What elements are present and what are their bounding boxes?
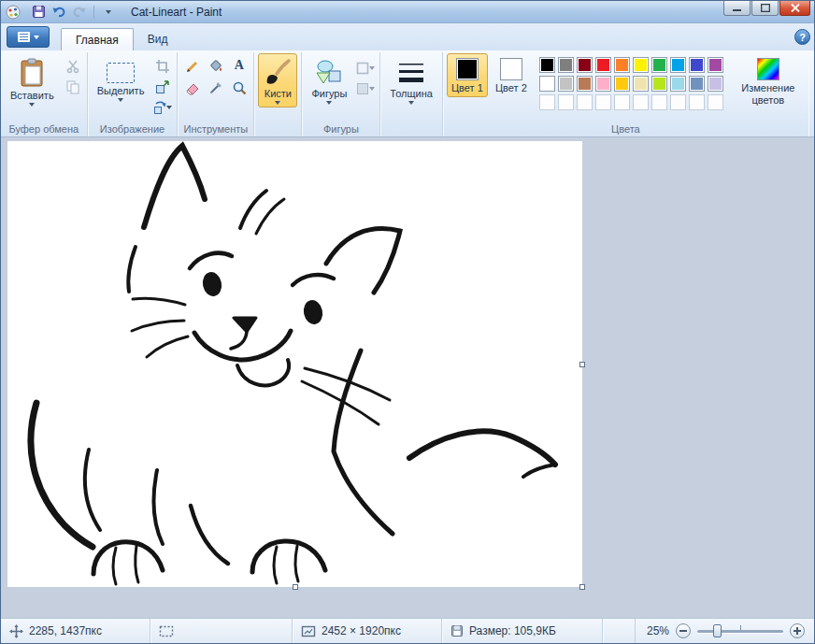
chevron-down-icon [106, 10, 111, 14]
palette-empty-slot[interactable] [689, 94, 705, 110]
eraser-tool[interactable] [181, 78, 203, 98]
group-clipboard: Вставить Буфер обмена [1, 52, 88, 136]
zoom-section: 25% [635, 619, 814, 643]
zoom-in-button[interactable] [790, 623, 805, 638]
chevron-down-icon [369, 66, 375, 70]
select-button[interactable]: Выделить [92, 53, 150, 105]
group-brushes: Кисти [254, 52, 302, 136]
minimize-button[interactable] [723, 1, 751, 16]
text-tool[interactable]: A [228, 55, 250, 76]
palette-color-swatch[interactable] [708, 76, 723, 92]
palette-color-swatch[interactable] [577, 57, 593, 73]
tab-view[interactable]: Вид [134, 28, 182, 50]
color-picker-tool[interactable] [205, 78, 226, 98]
close-button[interactable] [779, 1, 810, 16]
zoom-slider[interactable] [697, 623, 783, 638]
undo-icon [51, 5, 66, 19]
canvas-resize-handle-right[interactable] [579, 362, 585, 367]
palette-color-swatch[interactable] [539, 57, 555, 73]
paste-button[interactable]: Вставить [5, 53, 60, 109]
redo-icon [72, 5, 87, 19]
palette-empty-slot[interactable] [558, 94, 574, 110]
undo-button[interactable] [50, 4, 68, 21]
shapes-button[interactable]: Фигуры [306, 53, 352, 107]
palette-color-swatch[interactable] [651, 57, 667, 73]
color1-button[interactable]: Цвет 1 [447, 53, 488, 97]
edit-colors-label: Изменение цветов [737, 82, 799, 106]
palette-color-swatch[interactable] [633, 76, 649, 92]
palette-empty-slot[interactable] [577, 94, 593, 110]
palette-color-swatch[interactable] [670, 76, 686, 92]
palette-empty-slot[interactable] [614, 94, 630, 110]
text-tool-icon: A [235, 59, 244, 72]
shape-fill-button[interactable] [355, 79, 376, 98]
canvas-resize-handle-corner[interactable] [579, 584, 585, 590]
fill-tool[interactable] [205, 55, 226, 76]
palette-color-swatch[interactable] [595, 76, 611, 92]
scissors-icon [65, 59, 80, 74]
eraser-icon [185, 80, 200, 95]
palette-color-swatch[interactable] [651, 76, 667, 92]
color2-button[interactable]: Цвет 2 [491, 53, 532, 97]
zoom-slider-thumb[interactable] [713, 624, 722, 637]
palette-empty-slot[interactable] [670, 94, 686, 110]
drawing-canvas[interactable] [7, 141, 582, 587]
qat-separator [93, 6, 94, 19]
group-tools: A Инструменты [178, 52, 254, 136]
color1-label: Цвет 1 [451, 82, 483, 94]
copy-button[interactable] [63, 78, 83, 96]
selection-size-section [150, 619, 293, 643]
redo-button[interactable] [70, 4, 89, 21]
palette-color-swatch[interactable] [558, 57, 574, 73]
palette-empty-slot[interactable] [651, 94, 667, 110]
palette-empty-slot[interactable] [633, 94, 649, 110]
chevron-down-icon [275, 101, 280, 105]
file-size-section: Размер: 105,9КБ [442, 619, 603, 643]
cat-lineart-drawing [7, 141, 582, 587]
shape-outline-button[interactable] [355, 59, 376, 78]
close-icon [791, 4, 800, 12]
size-label: Толщина [390, 88, 433, 99]
customize-qat-button[interactable] [99, 4, 118, 21]
canvas-resize-handle-bottom[interactable] [293, 584, 298, 590]
palette-color-swatch[interactable] [689, 57, 705, 73]
fill-style-icon [356, 82, 369, 95]
quick-access-toolbar [29, 4, 118, 21]
brushes-button[interactable]: Кисти [258, 53, 297, 107]
edit-colors-button[interactable]: Изменение цветов [732, 53, 805, 108]
help-icon: ? [799, 32, 806, 43]
palette-color-swatch[interactable] [558, 76, 574, 92]
window-title: Cat-Lineart - Paint [131, 6, 222, 19]
palette-color-swatch[interactable] [614, 57, 630, 73]
tab-home[interactable]: Главная [61, 28, 134, 50]
brush-icon [264, 58, 292, 86]
palette-empty-slot[interactable] [539, 94, 555, 110]
save-button[interactable] [29, 4, 48, 21]
zoom-out-button[interactable] [676, 623, 691, 638]
rotate-button[interactable] [152, 98, 173, 117]
clipboard-icon [19, 58, 45, 88]
palette-color-swatch[interactable] [595, 57, 611, 73]
palette-color-swatch[interactable] [708, 57, 723, 73]
help-button[interactable]: ? [794, 29, 810, 45]
palette-color-swatch[interactable] [539, 76, 555, 92]
crop-button[interactable] [152, 57, 173, 76]
cut-button[interactable] [63, 57, 83, 76]
palette-empty-slot[interactable] [595, 94, 611, 110]
palette-color-swatch[interactable] [577, 76, 593, 92]
palette-color-swatch[interactable] [633, 57, 649, 73]
edit-colors-icon [757, 58, 779, 80]
status-bar: 2285, 1437пкс 2452 × 1920пкс Размер: 105… [1, 618, 814, 643]
group-size-label [384, 122, 438, 136]
pencil-tool[interactable] [181, 55, 203, 76]
size-button[interactable]: Толщина [384, 53, 438, 107]
palette-empty-slot[interactable] [708, 94, 723, 110]
paint-app-icon[interactable] [5, 4, 21, 21]
application-menu-button[interactable] [7, 26, 50, 48]
magnifier-tool[interactable] [228, 78, 250, 98]
palette-color-swatch[interactable] [614, 76, 630, 92]
palette-color-swatch[interactable] [670, 57, 686, 73]
palette-color-swatch[interactable] [689, 76, 705, 92]
resize-button[interactable] [152, 78, 173, 96]
maximize-button[interactable] [751, 1, 779, 16]
